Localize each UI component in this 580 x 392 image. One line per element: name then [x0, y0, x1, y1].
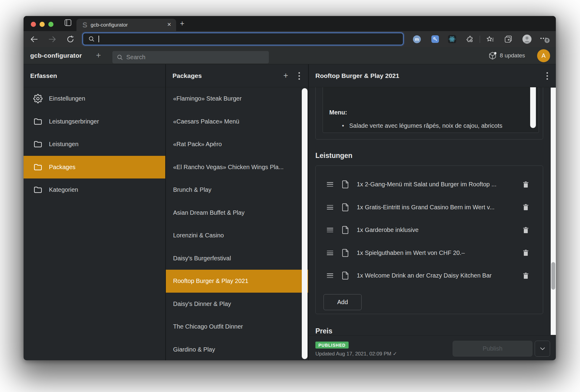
- updates-indicator[interactable]: 8 updates: [488, 47, 525, 64]
- package-icon: [488, 52, 497, 60]
- leistungen-heading: Leistungen: [315, 152, 353, 160]
- sidebar-item-leistungen[interactable]: Leistungen: [24, 133, 165, 156]
- updates-label: 8 updates: [500, 52, 525, 59]
- package-list-item-selected[interactable]: Rooftop Burger & Play 2021: [166, 270, 308, 293]
- editor-scrollbar[interactable]: [530, 87, 536, 128]
- document-icon: [341, 249, 350, 257]
- leistung-label: 1x Gratis-Eintritt ins Grand Casino Bern…: [357, 204, 495, 211]
- package-list-item[interactable]: «Flamingo» Steak Burger: [166, 87, 308, 110]
- sidebar-item-packages[interactable]: Packages: [24, 156, 165, 179]
- minimize-window-button[interactable]: [40, 22, 45, 27]
- document-footer: PUBLISHED Updated Aug 17, 2021, 02:09 PM…: [309, 335, 556, 360]
- package-list-item[interactable]: «Caesars Palace» Menü: [166, 110, 308, 133]
- toolbar-divider: [480, 36, 480, 43]
- extension-m-icon[interactable]: m: [411, 31, 422, 47]
- leistung-row[interactable]: 1x Spielguthaben im Wert von CHF 20.–: [316, 242, 543, 265]
- new-document-button[interactable]: +: [94, 51, 103, 59]
- package-list-item[interactable]: The Chicago Outfit Dinner: [166, 315, 308, 338]
- trash-icon[interactable]: [523, 273, 528, 279]
- reload-button[interactable]: [65, 31, 76, 47]
- drag-handle-icon[interactable]: [327, 228, 333, 232]
- drag-handle-icon[interactable]: [327, 182, 333, 187]
- package-list-item[interactable]: «Rat Pack» Apéro: [166, 133, 308, 156]
- profile-avatar-icon[interactable]: [521, 31, 533, 47]
- user-avatar[interactable]: A: [537, 49, 550, 62]
- text-caret: [98, 36, 99, 42]
- leistung-label: 1x Welcome Drink an der Crazy Daisy Kitc…: [357, 272, 491, 279]
- trash-icon[interactable]: [523, 204, 528, 210]
- package-list-item[interactable]: Asian Dream Buffet & Play: [166, 201, 308, 224]
- bullet-marker: •: [342, 122, 344, 129]
- drag-handle-icon[interactable]: [327, 251, 333, 255]
- document-scrollbar[interactable]: [551, 88, 556, 335]
- leistung-row[interactable]: 1x Gratis-Eintritt ins Grand Casino Bern…: [316, 196, 543, 219]
- sidebar-header: Erfassen: [24, 64, 165, 87]
- new-tab-button[interactable]: +: [178, 20, 186, 27]
- sanity-favicon: S: [82, 21, 87, 29]
- packages-pane: Packages + «Flamingo» Steak Burger «Caes…: [166, 64, 309, 360]
- trash-icon[interactable]: [523, 250, 528, 256]
- extensions-puzzle-icon[interactable]: [465, 31, 475, 47]
- search-icon: [117, 54, 123, 60]
- folder-icon: [33, 162, 43, 172]
- sidebar-item-leistungserbringer[interactable]: Leistungserbringer: [24, 110, 165, 133]
- leistung-row[interactable]: 1x 2-Gang-Menü mit Salat und Burger im R…: [316, 173, 543, 196]
- sidebar-item-label: Kategorien: [49, 186, 78, 193]
- publish-menu-button[interactable]: [535, 341, 550, 357]
- document-header: Rooftop Burger & Play 2021: [309, 64, 556, 87]
- document-title: Rooftop Burger & Play 2021: [315, 64, 399, 87]
- leistung-row[interactable]: 1x Garderobe inklusive: [316, 219, 543, 242]
- studio-title: gcb-configurator: [30, 52, 82, 59]
- publish-button[interactable]: Publish: [453, 341, 533, 357]
- document-menu-icon[interactable]: [543, 72, 551, 80]
- document-pane: Rooftop Burger & Play 2021 Menu: • Salad…: [309, 64, 556, 360]
- packages-menu-icon[interactable]: [295, 72, 303, 80]
- sidebar-item-einstellungen[interactable]: Einstellungen: [24, 87, 165, 110]
- package-list-item[interactable]: Daisy's Dinner & Play: [166, 293, 308, 316]
- package-list-item[interactable]: Giardino & Play: [166, 338, 308, 361]
- editor-heading: Menu:: [329, 109, 347, 116]
- drag-handle-icon[interactable]: [327, 273, 333, 278]
- document-icon: [341, 203, 350, 212]
- browser-tab[interactable]: S gcb-configurator ✕: [76, 19, 176, 31]
- traffic-lights: [31, 22, 53, 27]
- leistung-label: 1x 2-Gang-Menü mit Salat und Burger im R…: [357, 181, 496, 188]
- back-button[interactable]: [28, 31, 40, 47]
- close-window-button[interactable]: [31, 22, 36, 27]
- browser-window: S gcb-configurator ✕ + m: [24, 16, 556, 360]
- package-list-item[interactable]: Brunch & Play: [166, 178, 308, 201]
- package-list-item[interactable]: Daisy's Burgerfestival: [166, 247, 308, 270]
- collections-icon[interactable]: [503, 31, 514, 47]
- leistung-label: 1x Garderobe inklusive: [357, 227, 419, 233]
- sidebar-item-label: Einstellungen: [49, 95, 85, 102]
- favorites-icon[interactable]: [485, 31, 496, 47]
- drag-handle-icon[interactable]: [327, 205, 333, 210]
- package-list-item[interactable]: «El Rancho Vegas» Chicken Wings Pla...: [166, 156, 308, 179]
- extension-react-icon[interactable]: [446, 31, 457, 47]
- gear-icon: [33, 94, 43, 103]
- add-leistung-button[interactable]: Add: [324, 294, 362, 310]
- tab-close-icon[interactable]: ✕: [166, 21, 172, 28]
- trash-icon[interactable]: [523, 227, 528, 233]
- packages-scrollbar[interactable]: [302, 88, 308, 359]
- tab-strip: S gcb-configurator ✕ +: [24, 16, 556, 31]
- extension-key-icon[interactable]: [430, 31, 440, 47]
- sidebar-item-label: Packages: [49, 164, 76, 171]
- more-menu-icon[interactable]: [539, 31, 551, 47]
- studio-search[interactable]: Search: [112, 51, 269, 63]
- add-package-button[interactable]: +: [282, 72, 290, 80]
- folder-icon: [33, 140, 43, 149]
- scrollbar-thumb[interactable]: [551, 262, 555, 290]
- tab-overview-icon[interactable]: [65, 19, 71, 26]
- browser-toolbar: m: [24, 31, 556, 47]
- address-bar[interactable]: [82, 33, 404, 45]
- package-list-item[interactable]: Lorenzini & Casino: [166, 224, 308, 247]
- document-icon: [341, 180, 350, 189]
- sidebar-item-kategorien[interactable]: Kategorien: [24, 178, 165, 201]
- sidebar-title: Erfassen: [30, 64, 57, 87]
- leistung-row[interactable]: 1x Welcome Drink an der Crazy Daisy Kitc…: [316, 264, 543, 287]
- maximize-window-button[interactable]: [48, 22, 53, 27]
- document-icon: [341, 271, 350, 280]
- forward-button[interactable]: [47, 31, 58, 47]
- trash-icon[interactable]: [523, 182, 528, 188]
